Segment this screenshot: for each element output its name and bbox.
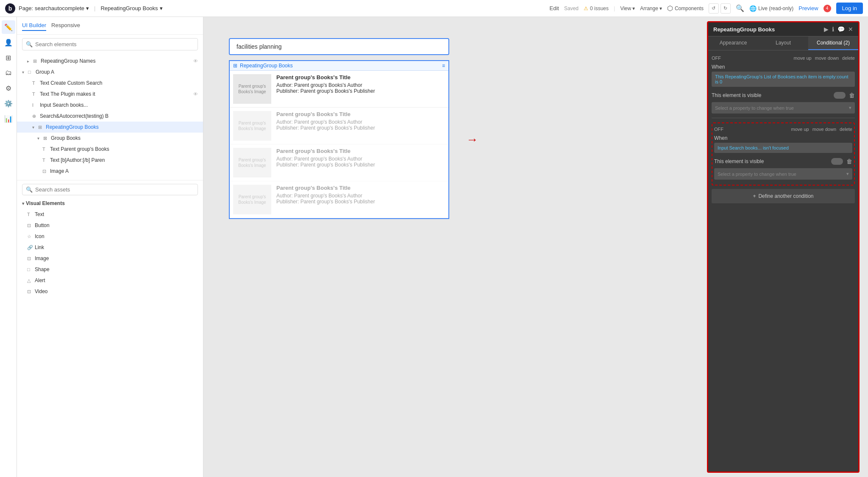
cond2-dropdown-icon: ▾ bbox=[846, 171, 849, 177]
arrange-btn[interactable]: Arrange bbox=[640, 6, 662, 11]
settings-icon[interactable]: ⚙️ bbox=[2, 97, 15, 110]
visual-elements-header[interactable]: ▾ Visual Elements bbox=[17, 198, 203, 209]
right-panel-icons: ▶ ℹ 💬 ✕ bbox=[824, 26, 853, 33]
database-icon[interactable]: 🗂 bbox=[2, 66, 15, 80]
plugins-icon[interactable]: ⚙ bbox=[2, 81, 15, 95]
cond2-select[interactable]: Select a property to change when true ▾ bbox=[714, 168, 852, 180]
live-btn[interactable]: 🌐 Live (read-only) bbox=[749, 5, 793, 12]
chevron-icon bbox=[32, 125, 36, 130]
play-icon[interactable]: ▶ bbox=[824, 26, 829, 33]
condition-1: OFF move up move down delete When This R… bbox=[712, 54, 855, 114]
text-icon: T bbox=[42, 158, 48, 163]
tree-item-repeating-group-books[interactable]: ⊞ RepeatingGroup Books bbox=[17, 122, 203, 133]
element-image[interactable]: ⊡ Image bbox=[17, 253, 203, 264]
issues-count[interactable]: ⚠ 0 issues bbox=[584, 6, 609, 11]
search-input-element[interactable]: facilities planning bbox=[229, 38, 449, 55]
components-icon[interactable]: ⊞ bbox=[2, 51, 15, 64]
section-chevron-icon: ▾ bbox=[22, 201, 24, 206]
tree-item-group-a[interactable]: □ Group A bbox=[17, 67, 203, 78]
cond1-delete[interactable]: delete bbox=[842, 55, 855, 61]
cond2-visible-label: This element is visible bbox=[714, 158, 764, 164]
tree-item-search-autocorrect[interactable]: ⊕ Search&Autocorrect(testing) B bbox=[17, 111, 203, 122]
rg-header-icon: ⊞ bbox=[233, 63, 237, 69]
repeating-group-icon: ⊞ bbox=[33, 58, 39, 64]
tab-conditional[interactable]: Conditional (2) bbox=[808, 36, 858, 50]
rg-publisher-3: Publisher: Parent group's Books's Publis… bbox=[276, 162, 445, 168]
logs-icon[interactable]: 📊 bbox=[2, 112, 15, 125]
tree-label: Text [b]Author:[/b] Paren bbox=[50, 157, 105, 163]
tab-responsive[interactable]: Responsive bbox=[51, 20, 80, 31]
preview-btn[interactable]: Preview bbox=[798, 5, 818, 11]
condition-2: OFF move up move down delete When Input … bbox=[714, 125, 852, 180]
tree-item-group-books[interactable]: ⊠ Group Books bbox=[17, 133, 203, 144]
cond2-move-down[interactable]: move down bbox=[812, 127, 836, 132]
cond1-move-up[interactable]: move up bbox=[794, 55, 812, 61]
cond2-when-value[interactable]: Input Search books... isn't focused bbox=[714, 143, 852, 153]
tree-item-repeating-group-names[interactable]: ⊞ RepeatingGroup Names 👁 bbox=[17, 55, 203, 67]
cond2-visible-row: This element is visible 🗑 bbox=[714, 156, 852, 166]
tab-layout[interactable]: Layout bbox=[758, 36, 808, 50]
define-another-condition-btn[interactable]: + Define another condition bbox=[712, 189, 855, 203]
components-btn[interactable]: ⬡ Components bbox=[667, 4, 704, 12]
right-panel-body: OFF move up move down delete When This R… bbox=[708, 50, 858, 471]
info-icon[interactable]: ℹ bbox=[832, 26, 834, 33]
page-selector[interactable]: Page: searchautocomplete bbox=[19, 5, 89, 11]
tree-item-text-create[interactable]: T Text Create Custom Search bbox=[17, 78, 203, 89]
search-assets-input[interactable] bbox=[35, 186, 194, 193]
chat-icon[interactable]: 💬 bbox=[837, 26, 845, 33]
cond2-delete-btn[interactable]: 🗑 bbox=[846, 158, 852, 165]
element-button[interactable]: ⊡ Button bbox=[17, 220, 203, 231]
tree-item-text-plugin[interactable]: T Text The Plugin makes it 👁 bbox=[17, 89, 203, 100]
search-input-value: facilities planning bbox=[236, 43, 282, 50]
tree-label: RepeatingGroup Books bbox=[46, 124, 99, 130]
tree-item-text-author[interactable]: T Text [b]Author:[/b] Paren bbox=[17, 155, 203, 166]
cond2-delete[interactable]: delete bbox=[840, 127, 852, 132]
data-icon[interactable]: 👤 bbox=[2, 36, 15, 49]
element-icon[interactable]: ☆ Icon bbox=[17, 231, 203, 242]
search-btn[interactable]: 🔍 bbox=[736, 4, 744, 12]
rg-author-4: Author: Parent group's Books's Author bbox=[276, 193, 445, 199]
view-btn[interactable]: View bbox=[620, 6, 635, 11]
ui-builder-icon[interactable]: ✏️ bbox=[2, 20, 15, 34]
element-link[interactable]: 🔗 Link bbox=[17, 242, 203, 253]
saved-label: Saved bbox=[564, 6, 579, 11]
tree-item-text-parent-books[interactable]: T Text Parent group's Books bbox=[17, 144, 203, 155]
redo-btn[interactable]: ↻ bbox=[721, 3, 731, 14]
rg-row-2: Parent group's Books's Image Parent grou… bbox=[230, 108, 448, 144]
element-alert[interactable]: △ Alert bbox=[17, 275, 203, 286]
element-shape[interactable]: □ Shape bbox=[17, 264, 203, 275]
repeating-group-element[interactable]: ⊞ RepeatingGroup Books ≡ Parent group's … bbox=[229, 60, 449, 219]
rg-row-3: Parent group's Books's Image Parent grou… bbox=[230, 144, 448, 181]
rg-text-col-1: Parent group's Books's Title Author: Par… bbox=[276, 74, 445, 104]
image-icon: ⊡ bbox=[42, 169, 48, 174]
tab-ui-builder[interactable]: UI Builder bbox=[22, 20, 46, 31]
search-elements-icon: 🔍 bbox=[26, 41, 33, 47]
cond2-toggle[interactable] bbox=[831, 158, 843, 165]
input-icon: I bbox=[32, 103, 38, 108]
tree-label: Input Search books... bbox=[40, 102, 88, 108]
tab-appearance[interactable]: Appearance bbox=[708, 36, 758, 50]
topbar-actions: Edit Saved ⚠ 0 issues | View Arrange ⬡ C… bbox=[550, 3, 863, 14]
cond1-select[interactable]: Select a property to change when true ▾ bbox=[712, 102, 855, 114]
cond2-move-up[interactable]: move up bbox=[791, 127, 809, 132]
rg-title-4: Parent group's Books's Title bbox=[276, 185, 445, 191]
image-type-icon: ⊡ bbox=[27, 256, 33, 261]
rg-author-1: Author: Parent group's Books's Author bbox=[276, 82, 445, 88]
tree-item-image-a[interactable]: ⊡ Image A bbox=[17, 166, 203, 177]
undo-btn[interactable]: ↺ bbox=[709, 3, 719, 14]
tree-item-input-search[interactable]: I Input Search books... bbox=[17, 100, 203, 111]
search-elements-input[interactable] bbox=[35, 41, 194, 47]
cond1-toggle[interactable] bbox=[834, 92, 846, 99]
cond1-when-value[interactable]: This RepeatingGroup's List of Bookses:ea… bbox=[712, 72, 855, 87]
cond2-header: OFF move up move down delete bbox=[714, 125, 852, 133]
notifications-btn[interactable]: 4 bbox=[823, 5, 831, 12]
element-text[interactable]: T Text bbox=[17, 209, 203, 220]
close-icon[interactable]: ✕ bbox=[848, 26, 853, 33]
cond1-move-down[interactable]: move down bbox=[815, 55, 839, 61]
login-btn[interactable]: Log in bbox=[836, 3, 863, 14]
element-label: Image bbox=[35, 255, 49, 261]
right-panel-header: RepeatingGroup Books ▶ ℹ 💬 ✕ bbox=[708, 22, 858, 36]
cond1-delete-btn[interactable]: 🗑 bbox=[849, 92, 855, 99]
element-video[interactable]: ⊡ Video bbox=[17, 286, 203, 297]
group-selector[interactable]: RepeatingGroup Books bbox=[100, 5, 162, 11]
